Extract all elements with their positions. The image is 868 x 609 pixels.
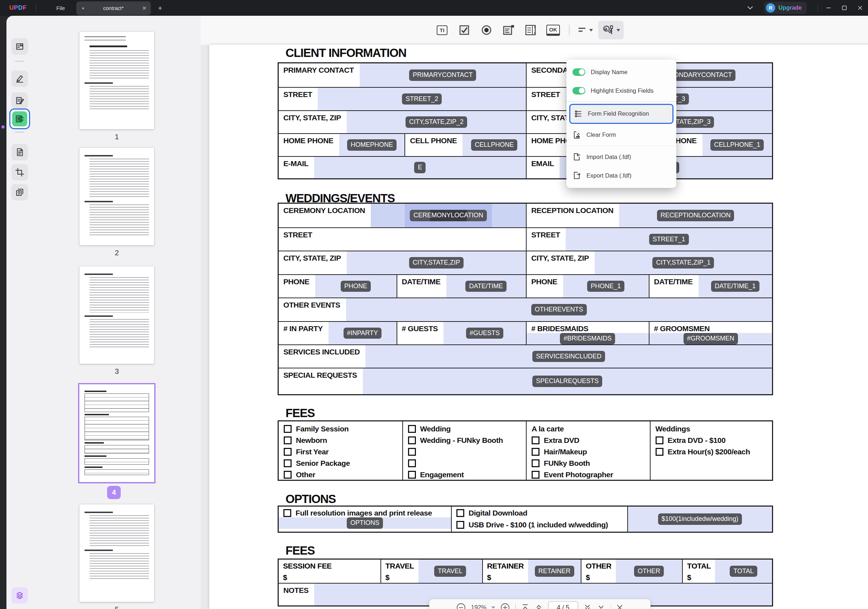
menu-toggle-display-name[interactable]: Display Name <box>566 63 676 81</box>
close-navigation-icon[interactable] <box>616 604 624 609</box>
text-field-tool-button[interactable]: TI <box>433 21 451 39</box>
sidebar-tool-crop[interactable] <box>11 164 28 181</box>
field-highlight[interactable]: STREET_1 <box>566 228 772 250</box>
form-field-badge[interactable]: DATE/TIME_1 <box>711 281 760 292</box>
field-highlight[interactable]: CELLPHONE <box>462 134 526 156</box>
field-highlight[interactable]: PHONE_1 <box>563 275 649 298</box>
document-tab[interactable]: ▼ contract* ✕ <box>76 2 151 15</box>
page-thumbnail[interactable] <box>79 385 154 482</box>
form-field-badge[interactable]: #GUESTS <box>466 328 503 339</box>
form-field-badge[interactable]: #BRIDESMAIDS <box>560 333 615 345</box>
list-box-tool-button[interactable] <box>522 21 540 39</box>
field-highlight[interactable]: CELLPHONE_1 <box>702 134 772 156</box>
checkbox[interactable] <box>408 425 416 433</box>
checkbox-tool-button[interactable] <box>455 21 474 39</box>
push-button-tool-button[interactable]: OK <box>544 21 563 39</box>
checkbox[interactable] <box>284 509 291 517</box>
checkbox[interactable] <box>284 448 291 456</box>
field-highlight[interactable]: TOTAL <box>715 560 772 583</box>
form-field-badge[interactable]: STREET_1 <box>649 234 689 245</box>
field-highlight[interactable]: #GROOMSMEN <box>649 333 772 345</box>
form-field-badge[interactable]: CITY,STATE,ZIP_1 <box>653 257 714 269</box>
field-highlight[interactable]: $100(1includedw/wedding) <box>628 507 772 532</box>
form-field-badge[interactable]: STREET_2 <box>402 93 442 105</box>
menu-item-import-data[interactable]: Import Data (.fdf) <box>566 147 676 166</box>
checkbox[interactable] <box>532 436 539 444</box>
form-field-badge[interactable]: #GROOMSMEN <box>684 333 738 345</box>
checkbox[interactable] <box>456 521 464 529</box>
form-field-badge[interactable]: OTHEREVENTS <box>531 304 587 315</box>
selected-page-number-badge[interactable]: 4 <box>107 486 121 499</box>
checkbox[interactable] <box>408 459 416 467</box>
menu-item-form-field-recognition[interactable]: Form Field Recognition <box>569 104 673 124</box>
toggle-switch-icon[interactable] <box>572 87 585 94</box>
checkbox[interactable] <box>408 448 416 456</box>
form-field-badge[interactable]: PHONE_1 <box>587 281 625 292</box>
sidebar-tool-ai-assistant[interactable] <box>11 587 28 604</box>
tab-close-icon[interactable]: ✕ <box>142 5 147 11</box>
checkbox[interactable] <box>656 448 663 456</box>
checkbox[interactable] <box>532 448 539 456</box>
form-field-badge[interactable]: TOTAL <box>730 566 757 577</box>
sidebar-tool-compare[interactable] <box>11 184 28 201</box>
field-highlight[interactable]: CITY,STATE,ZIP_1 <box>595 251 772 274</box>
previous-page-icon[interactable] <box>535 603 543 609</box>
sidebar-tool-organize-pages[interactable] <box>11 144 28 161</box>
sidebar-tool-bookmark[interactable] <box>11 607 28 609</box>
field-highlight[interactable]: OTHEREVENTS <box>346 298 772 321</box>
page-thumbnail[interactable] <box>79 504 154 602</box>
tab-dropdown-icon[interactable]: ▼ <box>81 6 85 10</box>
menu-file[interactable]: File <box>45 0 76 16</box>
menu-item-clear-form[interactable]: Clear Form <box>566 126 676 144</box>
field-highlight[interactable]: DATE/TIME <box>446 275 526 298</box>
field-highlight[interactable]: STREET_2 <box>318 88 526 110</box>
field-highlight[interactable]: PHONE <box>315 275 397 298</box>
maximize-button[interactable] <box>837 0 852 16</box>
next-page-icon[interactable] <box>583 603 592 609</box>
field-highlight[interactable]: CITY,STATE,ZIP <box>347 251 526 274</box>
page-thumbnail[interactable] <box>79 266 154 364</box>
checkbox[interactable] <box>656 436 663 444</box>
sidebar-tool-form[interactable] <box>9 108 30 129</box>
field-highlight[interactable]: CITY,STATE,ZIP_2 <box>347 111 526 133</box>
zoom-presets-caret-icon[interactable] <box>491 606 495 609</box>
field-highlight[interactable]: CEREMONYLOCATION <box>371 204 526 227</box>
form-field-badge[interactable]: $100(1includedw/wedding) <box>658 513 742 525</box>
field-highlight[interactable]: SERVICESINCLUDED <box>366 345 772 368</box>
field-highlight[interactable]: RECEPTIONLOCATION <box>619 204 772 227</box>
form-field-badge[interactable]: CITY,STATE,ZIP_2 <box>406 116 467 128</box>
page-indicator[interactable]: 4 / 5 <box>548 601 578 609</box>
checkbox[interactable] <box>408 471 416 479</box>
alignment-tool-button[interactable] <box>576 21 595 39</box>
field-highlight[interactable]: TRAVEL <box>418 560 482 583</box>
form-field-badge[interactable]: CEREMONYLOCATION <box>410 210 487 221</box>
menu-toggle-highlight-existing-fields[interactable]: Highlight Existing Fields <box>566 81 676 100</box>
form-field-badge[interactable]: OTHER <box>634 566 664 577</box>
close-window-button[interactable] <box>852 0 868 16</box>
checkbox[interactable] <box>284 425 291 433</box>
form-field-badge[interactable]: DATE/TIME <box>465 281 507 292</box>
zoom-level[interactable]: 192% <box>471 604 487 609</box>
last-page-icon[interactable] <box>597 603 605 609</box>
checkbox[interactable] <box>456 509 464 517</box>
field-highlight[interactable]: #INPARTY <box>329 322 397 345</box>
page-thumbnail[interactable] <box>79 148 154 245</box>
field-highlight[interactable]: SPECIALREQUESTS <box>363 368 772 394</box>
checkbox[interactable] <box>284 436 291 444</box>
field-highlight[interactable]: E <box>314 157 526 178</box>
form-field-badge[interactable]: HOMEPHONE <box>347 139 397 151</box>
form-field-badge[interactable]: E <box>414 162 426 173</box>
collapse-tool-chevron-icon[interactable] <box>747 6 753 10</box>
field-highlight[interactable]: DATE/TIME_1 <box>699 275 772 298</box>
zoom-out-icon[interactable] <box>456 603 466 609</box>
form-field-badge[interactable]: SPECIALREQUESTS <box>532 376 602 387</box>
toggle-switch-icon[interactable] <box>572 68 585 76</box>
radio-button-tool-button[interactable] <box>477 21 496 39</box>
field-highlight[interactable]: PRIMARYCONTACT <box>360 63 526 87</box>
form-field-badge[interactable]: PRIMARYCONTACT <box>409 70 476 81</box>
checkbox[interactable] <box>408 436 416 444</box>
field-highlight[interactable]: RETAINER <box>528 560 581 583</box>
form-field-badge[interactable]: SERVICESINCLUDED <box>532 351 605 362</box>
field-highlight[interactable]: #GUESTS <box>443 322 526 345</box>
form-field-badge[interactable]: PHONE <box>341 281 371 292</box>
